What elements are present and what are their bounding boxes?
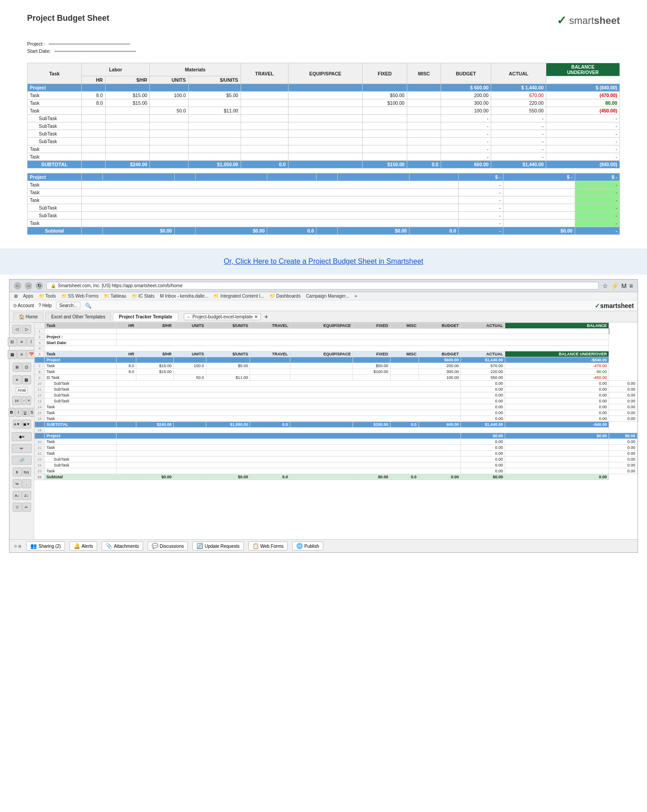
bm-inbox[interactable]: M Inbox - kendra.dalle... <box>160 294 208 299</box>
task-cell: Task <box>28 145 82 153</box>
bm-tableau[interactable]: 📁 Tableau <box>104 294 126 299</box>
sidebar-format-btn2[interactable]: ▦ <box>22 375 31 384</box>
sidebar-bold-btn[interactable]: ≡ <box>17 337 26 346</box>
diamond-btn[interactable]: ◆≡ <box>12 432 32 441</box>
dollar-btn[interactable]: $ <box>13 467 22 476</box>
extensions-icon[interactable]: ⚡ <box>611 282 619 289</box>
filter-btn[interactable]: ▽ <box>13 503 22 512</box>
start-date-value[interactable] <box>55 51 136 51</box>
bg-color-btn[interactable]: ▣▼ <box>22 420 31 429</box>
update-requests-button[interactable]: 🔄 Update Requests <box>192 541 243 551</box>
sidebar-extra-btn2[interactable]: ⊡ <box>22 363 31 372</box>
discussions-button[interactable]: 💬 Discussions <box>148 541 188 551</box>
sidebar-extra-btn1[interactable]: ⊞ <box>13 363 22 372</box>
help-link[interactable]: ? Help <box>38 303 51 308</box>
bm-apps[interactable]: Apps <box>23 294 33 299</box>
profile-icon[interactable]: M <box>621 282 627 289</box>
italic-btn[interactable]: I <box>15 408 22 417</box>
bm-icstats[interactable]: 📁 IC Stats <box>132 294 154 299</box>
refresh-button[interactable]: ↻ <box>36 282 43 289</box>
tab-excel-templates[interactable]: Excel and Other Templates <box>45 313 111 321</box>
pencil-btn[interactable]: ✏ <box>12 444 32 453</box>
create-sheet-link[interactable]: Or, Click Here to Create a Project Budge… <box>224 257 424 265</box>
back-button[interactable]: ← <box>14 282 21 289</box>
actual-cell: 0.00 <box>505 416 609 422</box>
sort-az-btn[interactable]: A↓ <box>13 491 22 500</box>
misc-cell <box>390 357 419 363</box>
budget-cell: - <box>459 219 503 227</box>
fixed-cell: $50.00 <box>363 92 407 99</box>
tab-project-tracker[interactable]: Project Tracker Template <box>113 313 178 321</box>
units-cell: 100.0 <box>174 363 206 369</box>
comma-btn[interactable]: , <box>22 479 31 488</box>
search-icon[interactable]: 🔍 <box>85 303 92 309</box>
star-icon[interactable]: ☆ <box>602 282 608 289</box>
hr-cell: HR <box>116 351 136 357</box>
font-size-minus[interactable]: - <box>22 396 26 405</box>
click-section[interactable]: Or, Click Here to Create a Project Budge… <box>0 248 647 275</box>
font-size-plus[interactable]: + <box>27 396 31 405</box>
empty-cell <box>116 329 609 334</box>
tab-home[interactable]: 🏠 Home <box>13 313 43 321</box>
forward-button[interactable]: → <box>25 282 32 289</box>
attachments-button[interactable]: 📎 Attachments <box>102 541 143 551</box>
sort-za-btn[interactable]: Z↓ <box>22 491 31 500</box>
sidebar-grid-btn[interactable]: ▦ <box>8 350 17 359</box>
units-cell <box>150 84 188 92</box>
sunits-cell: $5.00 <box>188 92 241 99</box>
font-size[interactable]: 10 <box>12 396 21 405</box>
units-cell <box>150 115 188 122</box>
tab-budget[interactable]: ← Project-budget-excel-template ✕ <box>184 313 261 320</box>
link-btn[interactable]: 🔗 <box>12 456 32 465</box>
alerts-button[interactable]: 🔔 Alerts <box>70 541 98 551</box>
project-value[interactable] <box>49 44 130 44</box>
account-link[interactable]: ⊙ Account <box>13 303 34 308</box>
actual-cell: $ 1,440.00 <box>491 84 546 92</box>
task-cell: Task <box>45 363 116 369</box>
actual-cell: - <box>491 145 546 153</box>
travel-cell <box>250 363 290 369</box>
bm-campaign[interactable]: Campaign Manager... <box>306 294 349 299</box>
project-info: Project : Start Date: <box>27 41 620 54</box>
sidebar-list-btn[interactable]: ≡ <box>17 350 26 359</box>
text-format-group: B I U S <box>9 408 35 417</box>
search-input[interactable]: Search... <box>56 302 80 309</box>
sharing-button[interactable]: 👥 Sharing (2) <box>26 541 65 551</box>
sidebar-indent-btn[interactable]: ⊟ <box>8 337 17 346</box>
text-color-btn[interactable]: A▼ <box>13 420 22 429</box>
units-cell <box>150 122 188 130</box>
add-tab-button[interactable]: + <box>265 313 268 320</box>
bm-sswebforms[interactable]: 📁 SS Web Forms <box>61 294 98 299</box>
font-selector[interactable]: Arial <box>16 387 28 393</box>
ss-row: 6 Project $600.00 $1,440.00 -$840.00 <box>35 357 638 363</box>
bm-integrated[interactable]: 📁 Integrated Content I... <box>214 294 264 299</box>
task-col-header: Task <box>45 323 116 329</box>
settings-icon[interactable]: ≡ <box>629 282 633 289</box>
bm-more[interactable]: » <box>354 294 357 299</box>
sidebar-format-btn1[interactable]: ≡ <box>13 375 22 384</box>
table-row: SubTask -- <box>28 212 620 219</box>
publish-button[interactable]: 🌐 Publish <box>292 541 323 551</box>
balance-cell: 0.00 <box>609 462 638 468</box>
balance-cell: -470.00 <box>505 363 609 369</box>
underline-btn[interactable]: U <box>22 408 28 417</box>
web-forms-button[interactable]: 📋 Web Forms <box>248 541 288 551</box>
sidebar-forward-btn[interactable]: ▷ <box>22 325 31 334</box>
table-row: Task 8.0 $15.00 100.0 $5.00 $50.00 200.0… <box>28 92 620 99</box>
logo-text: smartsheet <box>569 15 620 27</box>
formula-btn[interactable]: f(x) <box>22 467 31 476</box>
filter2-btn[interactable]: ✏ <box>22 503 31 512</box>
percent-btn[interactable]: % <box>13 479 22 488</box>
sidebar-back-btn[interactable]: ◁ <box>12 325 21 334</box>
budget-cell: - <box>459 181 503 189</box>
hr-cell <box>82 227 103 235</box>
balance-cell: (840.00) <box>546 161 620 168</box>
bold-btn[interactable]: B <box>9 408 15 417</box>
bm-tools[interactable]: 📁 Tools <box>39 294 56 299</box>
bm-dashboards[interactable]: 📁 Dashboards <box>270 294 301 299</box>
url-bar[interactable]: 🔒 Smartsheet.com, Inc. [US] https://app.… <box>47 282 599 289</box>
ss-row: 23 SubTask 0.000.00 <box>35 457 638 462</box>
actual-cell <box>503 219 575 227</box>
budget-cell: 100.00 <box>419 375 461 381</box>
misc-cell <box>390 369 419 375</box>
